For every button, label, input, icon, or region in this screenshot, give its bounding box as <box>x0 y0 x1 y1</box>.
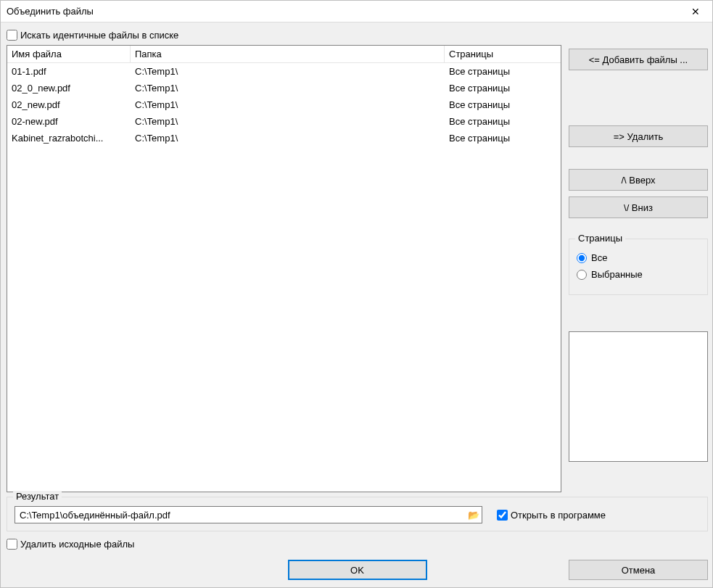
table-row[interactable]: 02_0_new.pdfC:\Temp1\Все страницы <box>7 80 561 96</box>
result-group: Результат 📂 Открыть в программе <box>7 497 708 531</box>
remove-button[interactable]: => Удалить <box>569 125 708 147</box>
delete-source-label: Удалить исходные файлы <box>20 539 134 550</box>
cell-folder: C:\Temp1\ <box>131 115 445 128</box>
file-list-header: Имя файла Папка Страницы <box>7 46 561 63</box>
right-column: <= Добавить файлы ... => Удалить /\ Ввер… <box>569 28 708 492</box>
open-in-program-label: Открыть в программе <box>511 510 606 521</box>
search-identical-checkbox[interactable]: Искать идентичные файлы в списке <box>7 30 561 41</box>
open-in-program-checkbox[interactable]: Открыть в программе <box>497 510 606 521</box>
cancel-button[interactable]: Отмена <box>569 560 708 580</box>
cell-pages: Все страницы <box>445 115 561 128</box>
header-name[interactable]: Имя файла <box>7 46 131 62</box>
cell-name: 02-new.pdf <box>7 115 131 128</box>
cell-folder: C:\Temp1\ <box>131 65 445 78</box>
left-column: Искать идентичные файлы в списке Имя фай… <box>7 28 561 492</box>
move-down-button[interactable]: \/ Вниз <box>569 196 708 218</box>
preview-box <box>569 331 708 462</box>
cell-pages: Все страницы <box>445 98 561 112</box>
table-row[interactable]: 02_new.pdfC:\Temp1\Все страницы <box>7 96 561 113</box>
cell-pages: Все страницы <box>445 131 561 145</box>
cell-folder: C:\Temp1\ <box>131 131 445 145</box>
titlebar: Объединить файлы ✕ <box>1 1 712 22</box>
pages-selected-radio[interactable]: Выбранные <box>577 269 700 280</box>
close-icon: ✕ <box>691 7 700 17</box>
bottom-buttons: OK Отмена <box>7 558 708 581</box>
search-identical-input[interactable] <box>7 30 17 41</box>
add-files-button[interactable]: <= Добавить файлы ... <box>569 49 708 70</box>
cell-folder: C:\Temp1\ <box>131 98 445 112</box>
cell-name: 02_new.pdf <box>7 98 131 112</box>
pages-legend: Страницы <box>575 233 625 244</box>
file-list[interactable]: Имя файла Папка Страницы 01-1.pdfC:\Temp… <box>7 45 561 492</box>
pages-all-radio[interactable]: Все <box>577 252 700 263</box>
cell-pages: Все страницы <box>445 81 561 95</box>
search-identical-label: Искать идентичные файлы в списке <box>20 30 178 41</box>
header-pages[interactable]: Страницы <box>445 46 561 62</box>
ok-button[interactable]: OK <box>288 560 427 580</box>
cell-name: Kabinet_razrabotchi... <box>7 131 131 145</box>
delete-source-input[interactable] <box>7 539 17 550</box>
table-row[interactable]: 01-1.pdfC:\Temp1\Все страницы <box>7 63 561 80</box>
pages-all-input[interactable] <box>577 253 587 263</box>
cell-name: 01-1.pdf <box>7 65 131 78</box>
upper-area: Искать идентичные файлы в списке Имя фай… <box>7 28 708 492</box>
table-row[interactable]: Kabinet_razrabotchi...C:\Temp1\Все стран… <box>7 130 561 146</box>
move-up-button[interactable]: /\ Вверх <box>569 169 708 191</box>
file-list-body[interactable]: 01-1.pdfC:\Temp1\Все страницы02_0_new.pd… <box>7 63 561 492</box>
cell-folder: C:\Temp1\ <box>131 81 445 95</box>
cell-pages: Все страницы <box>445 65 561 78</box>
result-path-field[interactable]: 📂 <box>15 506 482 523</box>
table-row[interactable]: 02-new.pdfC:\Temp1\Все страницы <box>7 113 561 130</box>
window-title: Объединить файлы <box>7 6 679 17</box>
pages-selected-input[interactable] <box>577 270 587 280</box>
header-folder[interactable]: Папка <box>131 46 445 62</box>
result-legend: Результат <box>13 491 62 502</box>
result-path-input[interactable] <box>18 509 467 521</box>
close-button[interactable]: ✕ <box>679 1 712 22</box>
pages-all-label: Все <box>591 252 607 263</box>
browse-icon[interactable]: 📂 <box>467 508 480 521</box>
cell-name: 02_0_new.pdf <box>7 81 131 95</box>
open-in-program-input[interactable] <box>497 510 508 521</box>
client-area: Искать идентичные файлы в списке Имя фай… <box>1 22 712 587</box>
pages-selected-label: Выбранные <box>591 269 643 280</box>
pages-group: Страницы Все Выбранные <box>569 239 708 295</box>
delete-source-checkbox[interactable]: Удалить исходные файлы <box>7 539 708 550</box>
